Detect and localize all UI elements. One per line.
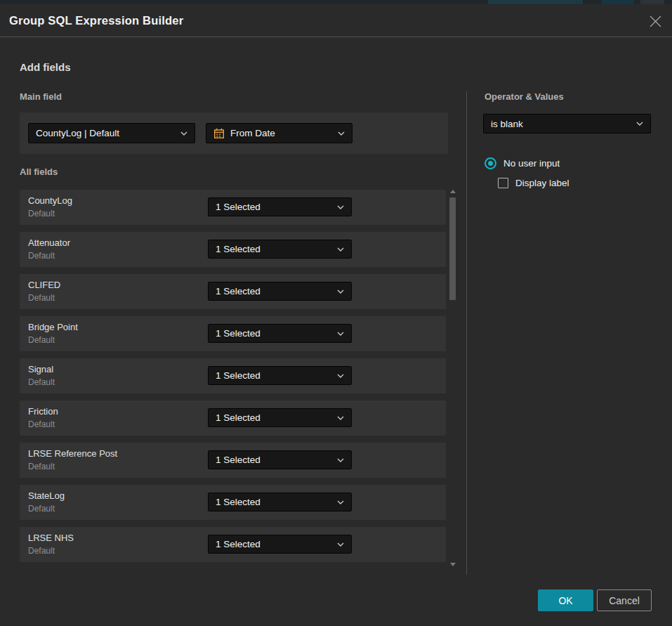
field-name: Attenuator (28, 237, 70, 248)
main-field-dropdown[interactable]: From Date (206, 123, 353, 143)
field-subtitle: Default (28, 335, 55, 345)
field-name: LRSE NHS (28, 533, 74, 543)
field-values-dropdown-value: 1 Selected (216, 455, 331, 465)
field-values-dropdown[interactable]: 1 Selected (208, 450, 352, 469)
field-name: Bridge Point (28, 322, 78, 332)
chevron-down-icon (337, 205, 344, 209)
field-row: CLIFED Default 1 Selected (20, 274, 446, 309)
calendar-date-icon (213, 128, 225, 139)
display-label-checkbox[interactable]: Display label (498, 178, 569, 188)
close-icon (650, 15, 661, 27)
field-name: LRSE Reference Post (28, 448, 117, 459)
main-field-label: Main field (20, 91, 62, 102)
main-field-strip: CountyLog | Default From Date (20, 112, 448, 154)
radio-selected-icon (485, 157, 496, 169)
field-name: CountyLog (28, 195, 72, 206)
field-subtitle: Default (28, 462, 55, 471)
field-values-dropdown[interactable]: 1 Selected (208, 535, 352, 554)
field-name: Friction (28, 406, 58, 417)
display-label-label: Display label (515, 178, 569, 188)
operator-dropdown-value: is blank (491, 119, 631, 129)
dialog-title-bar: Group SQL Expression Builder (0, 4, 672, 37)
checkbox-unchecked-icon (498, 178, 508, 188)
no-user-input-radio[interactable]: No user input (485, 157, 560, 169)
field-values-dropdown-value: 1 Selected (216, 370, 331, 381)
field-row: Signal Default 1 Selected (20, 358, 446, 393)
fields-list-scrollbar[interactable] (449, 185, 457, 568)
dialog-title: Group SQL Expression Builder (9, 14, 183, 27)
field-values-dropdown[interactable]: 1 Selected (208, 493, 352, 511)
chevron-down-icon (337, 500, 344, 504)
chevron-down-icon (337, 542, 344, 547)
scrollbar-down-arrow[interactable] (450, 563, 456, 566)
field-row: StateLog Default 1 Selected (20, 485, 446, 520)
field-name: StateLog (28, 490, 65, 501)
add-fields-heading: Add fields (20, 61, 71, 73)
field-values-dropdown[interactable]: 1 Selected (208, 282, 352, 301)
operator-values-label: Operator & Values (485, 91, 564, 102)
chevron-down-icon (337, 289, 344, 294)
field-values-dropdown[interactable]: 1 Selected (208, 240, 352, 259)
scrollbar-up-arrow[interactable] (450, 190, 456, 193)
chevron-down-icon (180, 131, 187, 136)
field-subtitle: Default (28, 377, 55, 387)
chevron-down-icon (337, 374, 344, 378)
close-button[interactable] (647, 13, 664, 30)
field-values-dropdown[interactable]: 1 Selected (208, 324, 352, 343)
field-subtitle: Default (28, 293, 55, 303)
main-layer-dropdown-value: CountyLog | Default (36, 128, 175, 138)
field-subtitle: Default (28, 546, 55, 556)
field-subtitle: Default (28, 419, 55, 429)
field-subtitle: Default (28, 251, 55, 261)
chevron-down-icon (338, 131, 345, 136)
chevron-down-icon (337, 247, 344, 252)
field-subtitle: Default (28, 209, 55, 219)
panel-divider (466, 91, 467, 575)
ok-button[interactable]: OK (538, 589, 593, 611)
field-row: Bridge Point Default 1 Selected (20, 316, 446, 351)
field-values-dropdown-value: 1 Selected (216, 539, 331, 549)
field-values-dropdown-value: 1 Selected (216, 202, 331, 212)
field-row: LRSE Reference Post Default 1 Selected (20, 443, 446, 478)
chevron-down-icon (337, 416, 344, 420)
chevron-down-icon (337, 458, 344, 462)
field-values-dropdown-value: 1 Selected (216, 328, 331, 339)
no-user-input-label: No user input (503, 158, 560, 169)
field-values-dropdown-value: 1 Selected (216, 412, 331, 423)
field-values-dropdown-value: 1 Selected (216, 244, 331, 254)
field-row: Attenuator Default 1 Selected (20, 232, 446, 267)
main-field-dropdown-value: From Date (230, 128, 327, 138)
field-name: CLIFED (28, 280, 60, 290)
chevron-down-icon (636, 122, 643, 126)
chevron-down-icon (337, 332, 344, 336)
all-fields-list: CountyLog Default 1 Selected Attenuator … (20, 190, 446, 569)
field-row: LRSE NHS Default 1 Selected (20, 527, 446, 562)
field-values-dropdown[interactable]: 1 Selected (208, 366, 352, 385)
field-values-dropdown[interactable]: 1 Selected (208, 408, 352, 427)
operator-dropdown[interactable]: is blank (483, 114, 651, 133)
group-sql-expression-builder-dialog: Group SQL Expression Builder Add fields … (0, 4, 672, 626)
field-values-dropdown-value: 1 Selected (216, 497, 331, 507)
field-row: CountyLog Default 1 Selected (20, 190, 446, 225)
field-row: Friction Default 1 Selected (20, 400, 446, 436)
scrollbar-thumb[interactable] (449, 197, 456, 300)
field-name: Signal (28, 364, 53, 374)
field-values-dropdown-value: 1 Selected (216, 286, 331, 296)
field-subtitle: Default (28, 504, 55, 514)
all-fields-label: All fields (20, 167, 58, 177)
cancel-button[interactable]: Cancel (597, 589, 652, 611)
main-layer-dropdown[interactable]: CountyLog | Default (28, 123, 195, 143)
field-values-dropdown[interactable]: 1 Selected (208, 197, 352, 216)
